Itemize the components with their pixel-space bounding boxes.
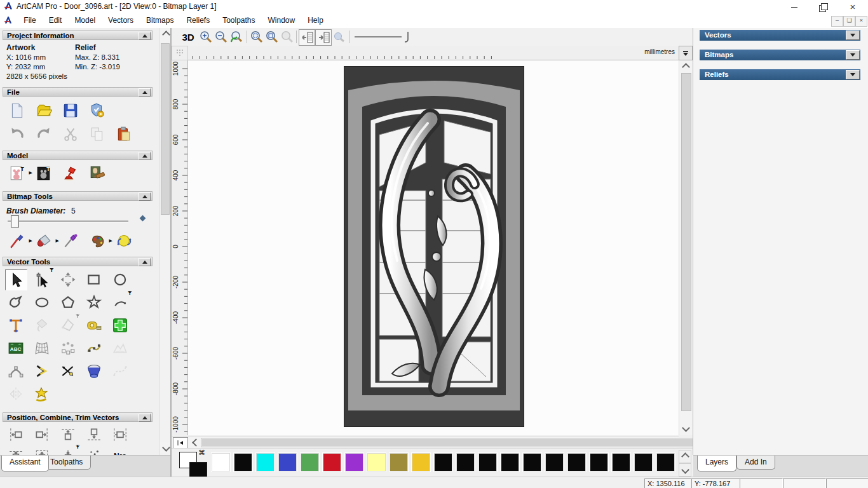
text-tool-icon[interactable] <box>5 315 26 335</box>
expand-button[interactable] <box>846 50 860 60</box>
palette-swatch-9[interactable] <box>412 453 430 471</box>
tab-assistant[interactable]: Assistant <box>1 456 49 471</box>
undo-icon[interactable] <box>6 124 27 144</box>
pan-mode-button[interactable] <box>173 437 188 449</box>
zoom-out-icon[interactable] <box>214 29 229 44</box>
new-model-icon[interactable] <box>6 100 27 120</box>
palette-swatch-3[interactable] <box>278 453 297 471</box>
close-button[interactable]: × <box>839 0 867 14</box>
node-editing-icon[interactable]: Ŧ <box>31 269 52 289</box>
flyout-arrow-icon[interactable]: ▶ <box>29 170 32 175</box>
palette-swatch-5[interactable] <box>323 453 341 471</box>
copy-icon[interactable] <box>86 124 107 144</box>
transform-vectors-icon[interactable] <box>57 269 78 289</box>
menu-vectors[interactable]: Vectors <box>102 14 140 28</box>
section-header-project-information[interactable]: Project Information <box>3 30 153 40</box>
palette-swatch-2[interactable] <box>256 453 275 471</box>
tab-layers[interactable]: Layers <box>697 456 736 471</box>
canvas-scroll-left[interactable] <box>189 437 202 447</box>
section-header-file[interactable]: File <box>3 87 153 97</box>
brush-diameter-slider[interactable] <box>8 220 128 222</box>
pour-vector-icon[interactable] <box>31 315 52 335</box>
expand-button[interactable] <box>846 70 860 79</box>
2d-3d-blend-slider[interactable] <box>355 36 402 37</box>
palette-swatch-19[interactable] <box>634 453 653 471</box>
extrude-icon[interactable] <box>83 361 104 381</box>
select-vectors-icon[interactable] <box>5 269 27 290</box>
fit-curve-icon[interactable] <box>109 361 130 381</box>
collapse-button[interactable] <box>139 88 151 97</box>
menu-bitmaps[interactable]: Bitmaps <box>140 14 180 28</box>
collapse-button[interactable] <box>139 258 151 266</box>
palette-swatch-11[interactable] <box>456 453 475 471</box>
align-centre-icon[interactable] <box>5 446 26 455</box>
restore-button[interactable] <box>808 0 836 14</box>
freehand-polyline-icon[interactable] <box>5 292 26 312</box>
palette-swatch-10[interactable] <box>434 453 452 471</box>
canvas-scroll-down[interactable] <box>679 423 692 433</box>
palette-swatch-12[interactable] <box>478 453 497 471</box>
zoom-fit-icon[interactable] <box>264 29 280 44</box>
flyout-arrow-icon[interactable]: ▶ <box>109 238 112 243</box>
menu-edit[interactable]: Edit <box>43 14 69 28</box>
menu-model[interactable]: Model <box>68 14 102 28</box>
rectangle-tool-icon[interactable] <box>83 269 104 289</box>
expand-button[interactable] <box>846 30 860 40</box>
align-centre-2-icon[interactable] <box>31 446 52 455</box>
distribute-icon[interactable] <box>83 446 104 455</box>
align-centre-3-icon[interactable]: Ŧ <box>57 446 78 455</box>
palette-swatch-1[interactable] <box>234 453 252 471</box>
section-header-model[interactable]: Model <box>3 151 153 160</box>
right-section-header-vectors[interactable]: Vectors <box>700 30 860 41</box>
polygon-tool-icon[interactable] <box>57 292 78 312</box>
copy-along-curve-icon[interactable] <box>83 338 104 358</box>
align-top-icon[interactable] <box>57 424 78 444</box>
zoom-in-icon[interactable] <box>198 29 214 44</box>
section-header-vector-tools[interactable]: Vector Tools <box>3 257 153 266</box>
right-section-header-reliefs[interactable]: Reliefs <box>700 69 860 80</box>
tab-toolpaths[interactable]: Toolpaths <box>42 456 91 470</box>
zoom-object-icon[interactable] <box>280 29 295 44</box>
canvas-scroll-up[interactable] <box>679 62 692 72</box>
mdi-minimize-button[interactable]: – <box>831 16 843 27</box>
shape-editor-icon[interactable]: Ŧ <box>57 315 78 335</box>
assistant-scrollbar[interactable] <box>159 28 171 455</box>
redo-icon[interactable] <box>33 124 54 144</box>
palette-swatch-20[interactable] <box>656 453 675 471</box>
section-header-position-combine[interactable]: Position, Combine, Trim Vectors <box>3 412 153 422</box>
greyscale-from-relief-icon[interactable]: T <box>33 163 54 183</box>
paint-brush-icon[interactable]: ▶ <box>6 231 27 251</box>
save-model-icon[interactable] <box>60 100 81 120</box>
section-header-bitmap-tools[interactable]: Bitmap Tools <box>3 191 153 201</box>
preview-icon[interactable] <box>332 29 347 44</box>
palette-swatch-7[interactable] <box>367 453 386 471</box>
palette-icon[interactable]: ▶ <box>86 231 107 251</box>
texture-relief-icon[interactable] <box>86 163 107 183</box>
flyout-arrow-icon[interactable]: ▶ <box>29 238 32 243</box>
block-copy-icon[interactable] <box>57 338 78 358</box>
canvas-2d-view[interactable] <box>188 60 679 435</box>
nesting-icon[interactable]: Nes <box>109 446 130 455</box>
align-right-icon[interactable] <box>31 424 52 444</box>
lighting-icon[interactable] <box>60 163 81 183</box>
secondary-colour[interactable] <box>189 462 207 477</box>
menu-toolpaths[interactable]: Toolpaths <box>216 14 261 28</box>
palette-swatch-13[interactable] <box>501 453 519 471</box>
canvas-vscrollbar-thumb[interactable] <box>681 73 691 411</box>
menu-reliefs[interactable]: Reliefs <box>180 14 216 28</box>
fit-arcs-icon[interactable] <box>5 361 26 381</box>
menu-file[interactable]: File <box>17 14 42 28</box>
centre-in-page-icon[interactable] <box>109 424 130 444</box>
open-model-icon[interactable] <box>33 100 54 120</box>
palette-swatch-18[interactable] <box>612 453 630 471</box>
toggle-3d-view-button[interactable]: 3D <box>180 29 196 44</box>
palette-scroll-down[interactable] <box>679 463 691 477</box>
collapse-button[interactable] <box>139 32 151 40</box>
collapse-button[interactable] <box>139 193 151 201</box>
zoom-previous-icon[interactable] <box>229 29 244 44</box>
minimize-button[interactable] <box>780 0 808 14</box>
zoom-box-icon[interactable] <box>249 29 264 44</box>
cut-icon[interactable] <box>60 124 81 144</box>
palette-swatch-4[interactable] <box>301 453 319 471</box>
palette-swatch-16[interactable] <box>567 453 586 471</box>
